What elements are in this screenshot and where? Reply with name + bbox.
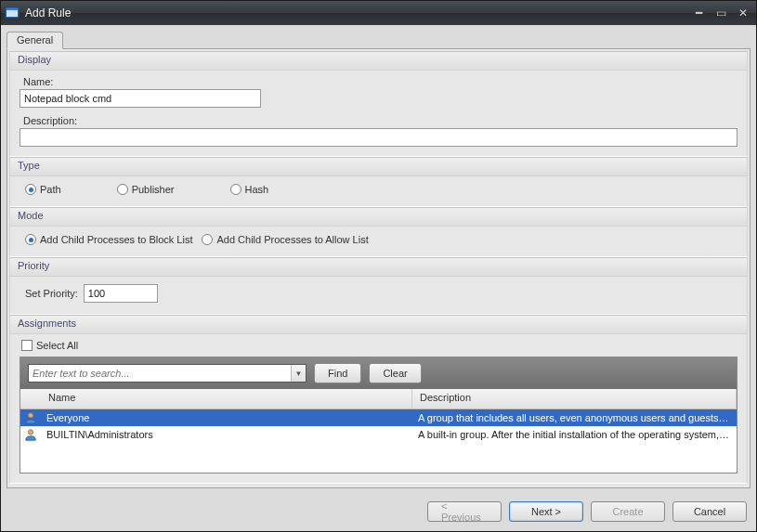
tab-general[interactable]: General <box>7 32 63 49</box>
cancel-label: Cancel <box>694 506 725 517</box>
radio-hash[interactable]: Hash <box>230 184 269 195</box>
minimize-button[interactable]: ━ <box>689 6 708 20</box>
table-header-row: Name Description <box>20 389 737 409</box>
select-all-glyph <box>21 340 33 351</box>
cell-description: A group that includes all users, even an… <box>412 412 737 423</box>
tab-zone: General Display Name: Description: <box>7 31 750 488</box>
group-assignments-header: Assignments <box>10 316 747 334</box>
name-label: Name: <box>20 76 737 87</box>
cell-name: Everyone <box>41 412 412 423</box>
wizard-footer: < Previous Next > Create Cancel <box>1 494 756 531</box>
name-input[interactable] <box>20 89 261 108</box>
select-all-checkbox[interactable]: Select All <box>21 340 78 351</box>
next-label: Next > <box>531 506 561 517</box>
radio-publisher-glyph <box>117 184 128 195</box>
group-display-header: Display <box>10 52 747 71</box>
description-label: Description: <box>20 115 737 126</box>
radio-allow-glyph <box>202 234 213 245</box>
group-display: Display Name: Description: <box>9 51 748 157</box>
cell-description: A built-in group. After the initial inst… <box>412 429 737 440</box>
create-button: Create <box>591 501 665 522</box>
col-icon <box>20 389 41 409</box>
radio-allow-list[interactable]: Add Child Processes to Allow List <box>202 234 368 245</box>
priority-label: Set Priority: <box>25 288 78 299</box>
window-controls: ━ ▭ ✕ <box>689 6 752 20</box>
svg-rect-1 <box>7 10 18 17</box>
window-title: Add Rule <box>25 6 689 19</box>
search-input[interactable] <box>29 365 291 382</box>
group-mode-header: Mode <box>10 208 747 227</box>
description-input[interactable] <box>20 128 737 147</box>
app-icon <box>5 6 20 20</box>
user-icon <box>20 411 41 424</box>
clear-label: Clear <box>383 368 407 379</box>
col-name-label: Name <box>48 392 75 403</box>
table-body: EveryoneA group that includes all users,… <box>20 409 737 443</box>
titlebar: Add Rule ━ ▭ ✕ <box>1 1 756 25</box>
add-rule-window: Add Rule ━ ▭ ✕ General Display Name: <box>0 0 757 532</box>
tab-general-label: General <box>17 34 53 45</box>
radio-path-label: Path <box>40 184 61 195</box>
assignments-table: Name Description EveryoneA group that in… <box>20 389 737 473</box>
radio-allow-label: Add Child Processes to Allow List <box>216 234 368 245</box>
col-name[interactable]: Name <box>41 389 412 409</box>
search-combo[interactable]: ▼ <box>28 364 307 383</box>
assignments-toolbar: ▼ Find Clear <box>20 357 737 389</box>
previous-button: < Previous <box>427 501 502 522</box>
group-type: Type Path Publisher <box>9 157 748 207</box>
col-description[interactable]: Description <box>412 389 737 409</box>
find-label: Find <box>328 368 347 379</box>
group-assignments: Assignments Select All <box>9 315 748 484</box>
tab-strip: General <box>7 31 750 48</box>
radio-publisher[interactable]: Publisher <box>117 184 175 195</box>
radio-hash-glyph <box>230 184 241 195</box>
create-label: Create <box>612 506 643 517</box>
group-type-header: Type <box>10 158 747 176</box>
close-button[interactable]: ✕ <box>734 6 752 20</box>
tab-page-general: Display Name: Description: Typ <box>7 48 750 488</box>
select-all-label: Select All <box>36 340 78 351</box>
content-area: General Display Name: Description: <box>1 25 756 494</box>
search-dropdown-icon[interactable]: ▼ <box>291 365 306 382</box>
radio-block-glyph <box>25 234 36 245</box>
svg-point-2 <box>28 413 33 418</box>
previous-label: < Previous <box>441 500 488 523</box>
radio-hash-label: Hash <box>245 184 269 195</box>
radio-path-glyph <box>25 184 36 195</box>
assignments-table-wrap: ▼ Find Clear <box>20 357 737 474</box>
next-button[interactable]: Next > <box>509 501 583 522</box>
radio-path[interactable]: Path <box>25 184 61 195</box>
table-row[interactable]: BUILTIN\AdministratorsA built-in group. … <box>20 426 737 443</box>
priority-input[interactable] <box>84 284 158 303</box>
group-priority: Priority Set Priority: <box>9 257 748 315</box>
radio-block-label: Add Child Processes to Block List <box>40 234 192 245</box>
cancel-button[interactable]: Cancel <box>672 501 747 522</box>
user-icon <box>20 428 41 441</box>
radio-publisher-label: Publisher <box>132 184 175 195</box>
find-button[interactable]: Find <box>314 363 361 383</box>
col-desc-label: Description <box>420 392 471 403</box>
radio-block-list[interactable]: Add Child Processes to Block List <box>25 234 192 245</box>
group-mode: Mode Add Child Processes to Block List A… <box>9 207 748 257</box>
maximize-button[interactable]: ▭ <box>711 6 730 20</box>
cell-name: BUILTIN\Administrators <box>41 429 412 440</box>
group-priority-header: Priority <box>10 258 747 277</box>
svg-point-3 <box>28 430 33 435</box>
clear-button[interactable]: Clear <box>369 363 421 383</box>
table-row[interactable]: EveryoneA group that includes all users,… <box>20 409 737 426</box>
